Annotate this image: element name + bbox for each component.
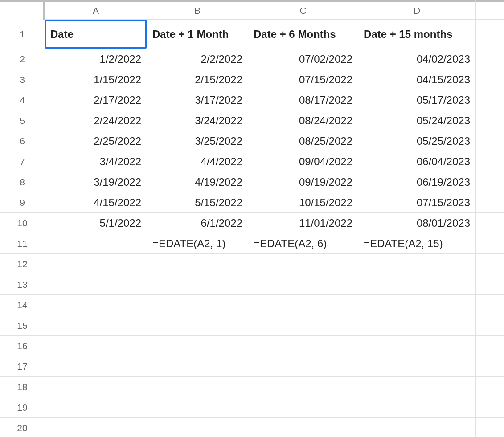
- column-header-D[interactable]: D: [358, 0, 476, 20]
- cell-B19[interactable]: [147, 397, 248, 418]
- cell-A16[interactable]: [45, 336, 147, 356]
- row-header-4[interactable]: 4: [0, 90, 45, 110]
- cell-B18[interactable]: [147, 377, 248, 397]
- cell-A19[interactable]: [45, 397, 147, 418]
- cell-D13[interactable]: [358, 274, 476, 295]
- cell-E15[interactable]: [476, 315, 504, 336]
- cell-C19[interactable]: [248, 397, 358, 418]
- cell-B1[interactable]: Date + 1 Month: [147, 20, 248, 49]
- cell-A9[interactable]: 4/15/2022: [45, 192, 147, 213]
- cell-B5[interactable]: 3/24/2022: [147, 110, 248, 131]
- cell-D12[interactable]: [358, 254, 476, 274]
- cell-E18[interactable]: [476, 377, 504, 397]
- cell-A2[interactable]: 1/2/2022: [45, 49, 147, 69]
- cell-D3[interactable]: 04/15/2023: [358, 69, 476, 90]
- cell-C11[interactable]: =EDATE(A2, 6): [248, 233, 358, 254]
- cell-E6[interactable]: [476, 131, 504, 151]
- cell-A14[interactable]: [45, 295, 147, 315]
- cell-D18[interactable]: [358, 377, 476, 397]
- cell-A3[interactable]: 1/15/2022: [45, 69, 147, 90]
- cell-C5[interactable]: 08/24/2022: [248, 110, 358, 131]
- row-header-17[interactable]: 17: [0, 356, 45, 377]
- row-header-2[interactable]: 2: [0, 49, 45, 69]
- cell-D20[interactable]: [358, 418, 476, 437]
- row-header-16[interactable]: 16: [0, 336, 45, 356]
- cell-A5[interactable]: 2/24/2022: [45, 110, 147, 131]
- cell-D14[interactable]: [358, 295, 476, 315]
- cell-B7[interactable]: 4/4/2022: [147, 151, 248, 172]
- select-all-corner[interactable]: [0, 0, 45, 20]
- cell-C9[interactable]: 10/15/2022: [248, 192, 358, 213]
- cell-C1[interactable]: Date + 6 Months: [248, 20, 358, 49]
- cell-E13[interactable]: [476, 274, 504, 295]
- cell-E12[interactable]: [476, 254, 504, 274]
- cell-B20[interactable]: [147, 418, 248, 437]
- row-header-14[interactable]: 14: [0, 295, 45, 315]
- cell-E1[interactable]: [476, 20, 504, 49]
- cell-B13[interactable]: [147, 274, 248, 295]
- row-header-13[interactable]: 13: [0, 274, 45, 295]
- cell-D15[interactable]: [358, 315, 476, 336]
- cell-E3[interactable]: [476, 69, 504, 90]
- cell-D9[interactable]: 07/15/2023: [358, 192, 476, 213]
- spreadsheet-grid[interactable]: A B C D 1234567891011121314151617181920 …: [0, 0, 504, 437]
- cell-A1[interactable]: Date: [45, 20, 147, 49]
- cell-A4[interactable]: 2/17/2022: [45, 90, 147, 110]
- cell-B15[interactable]: [147, 315, 248, 336]
- cell-C3[interactable]: 07/15/2022: [248, 69, 358, 90]
- row-header-10[interactable]: 10: [0, 213, 45, 233]
- cell-A11[interactable]: [45, 233, 147, 254]
- cell-B4[interactable]: 3/17/2022: [147, 90, 248, 110]
- cell-D17[interactable]: [358, 356, 476, 377]
- row-header-11[interactable]: 11: [0, 233, 45, 254]
- column-header-A[interactable]: A: [45, 0, 147, 20]
- row-header-8[interactable]: 8: [0, 172, 45, 192]
- cell-B17[interactable]: [147, 356, 248, 377]
- cell-B8[interactable]: 4/19/2022: [147, 172, 248, 192]
- cell-B10[interactable]: 6/1/2022: [147, 213, 248, 233]
- cell-A10[interactable]: 5/1/2022: [45, 213, 147, 233]
- row-header-9[interactable]: 9: [0, 192, 45, 213]
- cell-D11[interactable]: =EDATE(A2, 15): [358, 233, 476, 254]
- cell-E16[interactable]: [476, 336, 504, 356]
- cell-B14[interactable]: [147, 295, 248, 315]
- cell-A13[interactable]: [45, 274, 147, 295]
- cell-C7[interactable]: 09/04/2022: [248, 151, 358, 172]
- row-header-12[interactable]: 12: [0, 254, 45, 274]
- cell-A18[interactable]: [45, 377, 147, 397]
- row-header-3[interactable]: 3: [0, 69, 45, 90]
- cell-B3[interactable]: 2/15/2022: [147, 69, 248, 90]
- cell-A15[interactable]: [45, 315, 147, 336]
- row-header-15[interactable]: 15: [0, 315, 45, 336]
- cell-B6[interactable]: 3/25/2022: [147, 131, 248, 151]
- cell-E11[interactable]: [476, 233, 504, 254]
- cell-C18[interactable]: [248, 377, 358, 397]
- cell-B9[interactable]: 5/15/2022: [147, 192, 248, 213]
- row-header-20[interactable]: 20: [0, 418, 45, 437]
- cell-A17[interactable]: [45, 356, 147, 377]
- cell-A6[interactable]: 2/25/2022: [45, 131, 147, 151]
- row-header-6[interactable]: 6: [0, 131, 45, 151]
- cell-E17[interactable]: [476, 356, 504, 377]
- column-header-E[interactable]: [476, 0, 504, 20]
- cell-D7[interactable]: 06/04/2023: [358, 151, 476, 172]
- cell-E9[interactable]: [476, 192, 504, 213]
- cell-E20[interactable]: [476, 418, 504, 437]
- cell-A8[interactable]: 3/19/2022: [45, 172, 147, 192]
- cell-A7[interactable]: 3/4/2022: [45, 151, 147, 172]
- cell-C10[interactable]: 11/01/2022: [248, 213, 358, 233]
- cell-E5[interactable]: [476, 110, 504, 131]
- cell-B11[interactable]: =EDATE(A2, 1): [147, 233, 248, 254]
- cell-E7[interactable]: [476, 151, 504, 172]
- cell-D2[interactable]: 04/02/2023: [358, 49, 476, 69]
- cell-C17[interactable]: [248, 356, 358, 377]
- cell-C15[interactable]: [248, 315, 358, 336]
- cell-C20[interactable]: [248, 418, 358, 437]
- cell-E19[interactable]: [476, 397, 504, 418]
- cell-D5[interactable]: 05/24/2023: [358, 110, 476, 131]
- column-header-C[interactable]: C: [248, 0, 358, 20]
- cell-D4[interactable]: 05/17/2023: [358, 90, 476, 110]
- cell-C8[interactable]: 09/19/2022: [248, 172, 358, 192]
- cell-D16[interactable]: [358, 336, 476, 356]
- cell-E2[interactable]: [476, 49, 504, 69]
